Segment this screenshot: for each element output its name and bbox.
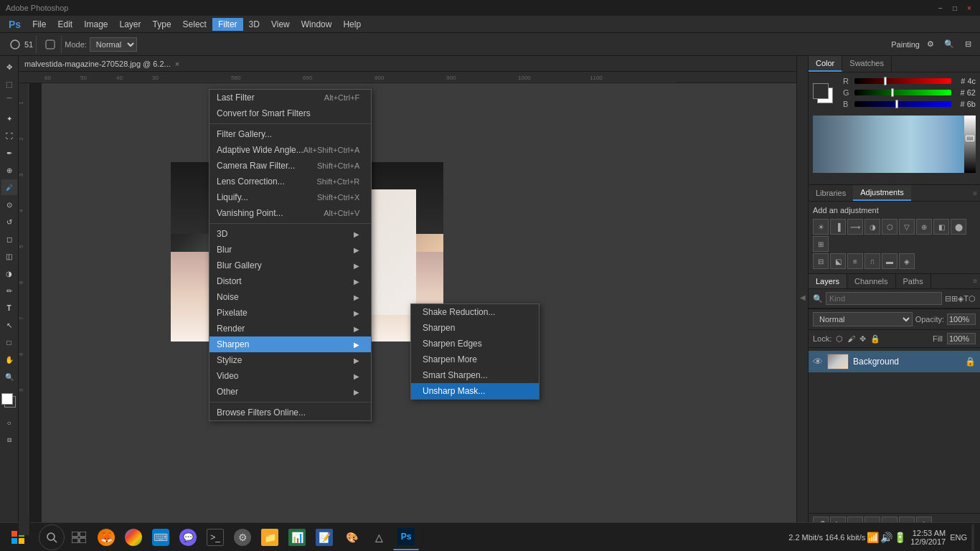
clock-area[interactable]: 12:53 AM 12/9/2017 [910,529,946,546]
r-slider[interactable] [854,78,951,84]
blend-mode-select[interactable]: Normal [813,312,913,326]
document-tab[interactable]: malvestida-magazine-270528.jpg @ 6.2... … [19,56,796,72]
levels-icon[interactable]: ▐ [830,219,846,235]
show-desktop-btn[interactable] [971,524,974,550]
menu-ps[interactable]: Ps [3,17,27,32]
filter-last-filter[interactable]: Last Filter Alt+Ctrl+F [209,90,371,105]
volume-icon[interactable]: 🔊 [880,532,892,543]
gradient-tool[interactable]: ◫ [1,248,17,264]
posterize-icon[interactable]: ≡ [847,253,863,269]
sharpen-unsharp-mask[interactable]: Unsharp Mask... [411,383,539,399]
start-button[interactable] [0,523,36,552]
filter-render[interactable]: Render ▶ [209,321,371,336]
menu-image[interactable]: Image [78,18,113,31]
eraser-tool[interactable]: ◻ [1,231,17,247]
filter-convert-smart[interactable]: Convert for Smart Filters [209,105,371,121]
taskbar-excel-btn[interactable]: 📊 [284,524,310,550]
lock-position-icon[interactable]: ✥ [859,334,866,344]
filter-camera-raw[interactable]: Camera Raw Filter... Shift+Ctrl+A [209,158,371,174]
taskbar-firefox-btn[interactable]: 🦊 [93,524,119,550]
exposure-icon[interactable]: ◑ [864,219,880,235]
panel-expand-btn[interactable]: ◀ [796,56,808,535]
menu-file[interactable]: File [27,18,52,31]
menu-3d[interactable]: 3D [243,18,265,31]
sharpen-smart[interactable]: Smart Sharpen... [411,367,539,383]
filter-3d[interactable]: 3D ▶ [209,226,371,242]
filter-adaptive-wide-angle[interactable]: Adaptive Wide Angle... Alt+Shift+Ctrl+A [209,142,371,158]
opacity-input[interactable] [947,314,976,325]
zoom-tool[interactable]: 🔍 [1,369,17,385]
filter-browse-online[interactable]: Browse Filters Online... [209,405,371,420]
taskbar-chrome-btn[interactable] [121,524,146,550]
shape-tool[interactable]: □ [1,334,17,350]
filter-liquify[interactable]: Liquify... Shift+Ctrl+X [209,189,371,205]
tab-swatches[interactable]: Swatches [842,56,892,72]
g-slider[interactable] [854,90,951,95]
lock-pixels-icon[interactable]: 🖌 [847,334,855,343]
menu-edit[interactable]: Edit [52,18,78,31]
text-tool[interactable]: T [1,300,17,316]
lock-transparent-icon[interactable]: ⬡ [836,334,843,344]
photo-filter-icon[interactable]: ⬤ [951,219,966,235]
move-tool[interactable]: ✥ [1,59,17,75]
tab-libraries[interactable]: Libraries [809,186,853,200]
brush-tool[interactable]: 🖌 [1,179,17,195]
threshold-icon[interactable]: ⎍ [864,253,880,269]
menu-type[interactable]: Type [147,18,177,31]
curves-icon[interactable]: ⟿ [847,219,863,235]
fill-input[interactable] [947,333,976,344]
filter-stylize[interactable]: Stylize ▶ [209,352,371,368]
color-gradient-display[interactable] [813,116,976,173]
lasso-tool[interactable]: ⌒ [1,93,17,109]
arrangement-btn[interactable]: ⊟ [960,37,976,52]
layer-visibility-eye[interactable]: 👁 [813,356,823,367]
filter-blur[interactable]: Blur ▶ [209,242,371,258]
foreground-bg-colors[interactable] [1,393,17,409]
hsl-icon[interactable]: ▽ [899,219,915,235]
brush-preview-btn[interactable] [42,37,58,52]
taskbar-viber-btn[interactable]: 💬 [175,524,201,550]
menu-window[interactable]: Window [296,18,338,31]
filter-pixelate[interactable]: Pixelate ▶ [209,305,371,321]
sharpen-shake-reduction[interactable]: Shake Reduction... [411,304,539,320]
brightness-slider[interactable] [964,116,976,173]
taskbar-task-view-btn[interactable] [66,524,92,550]
sharpen-more[interactable]: Sharpen More [411,352,539,367]
tab-layers[interactable]: Layers [809,274,847,288]
clone-tool[interactable]: ⊙ [1,197,17,212]
taskbar-photoshop-btn[interactable]: Ps [393,524,419,550]
filter-blur-gallery[interactable]: Blur Gallery ▶ [209,258,371,273]
filter-noise[interactable]: Noise ▶ [209,289,371,305]
tab-channels[interactable]: Channels [847,274,895,288]
filter-video[interactable]: Video ▶ [209,368,371,384]
network-icon[interactable]: 📶 [867,532,879,543]
color-balance-icon[interactable]: ⊕ [916,219,932,235]
eyedropper-tool[interactable]: ✒ [1,145,17,161]
tool-preset-btn[interactable] [7,37,23,52]
filter-gallery[interactable]: Filter Gallery... [209,126,371,142]
minimize-button[interactable]: − [936,3,946,13]
quick-mask-btn[interactable]: ○ [1,415,17,430]
filter-icons[interactable]: ⊟⊞◈T⬡ [945,294,976,303]
selective-color-icon[interactable]: ◈ [899,253,915,269]
tab-adjustments[interactable]: Adjustments [853,185,911,201]
tab-color[interactable]: Color [809,56,842,72]
path-select-tool[interactable]: ↖ [1,317,17,333]
network-speed-label[interactable]: 2.2 Mbit/s 164.6 kbit/s [788,533,865,542]
quick-select-tool[interactable]: ✦ [1,110,17,126]
tab-paths[interactable]: Paths [896,274,931,288]
channel-mixer-icon[interactable]: ⊞ [813,236,829,252]
screen-mode-btn[interactable]: ⧈ [1,432,17,448]
hand-tool[interactable]: ✋ [1,352,17,367]
mode-select[interactable]: Normal [90,37,137,52]
bw-icon[interactable]: ◧ [933,219,949,235]
menu-layer[interactable]: Layer [114,18,147,31]
menu-view[interactable]: View [265,18,296,31]
taskbar-explorer-btn[interactable]: 📁 [257,524,283,550]
taskbar-app2-btn[interactable]: △ [366,524,392,550]
taskbar-terminal-btn[interactable]: >_ [202,524,228,550]
maximize-button[interactable]: □ [950,3,960,13]
vibrance-icon[interactable]: ⬡ [882,219,897,235]
menu-filter[interactable]: Filter [212,18,243,31]
taskbar-settings-btn[interactable]: ⚙ [230,524,255,550]
